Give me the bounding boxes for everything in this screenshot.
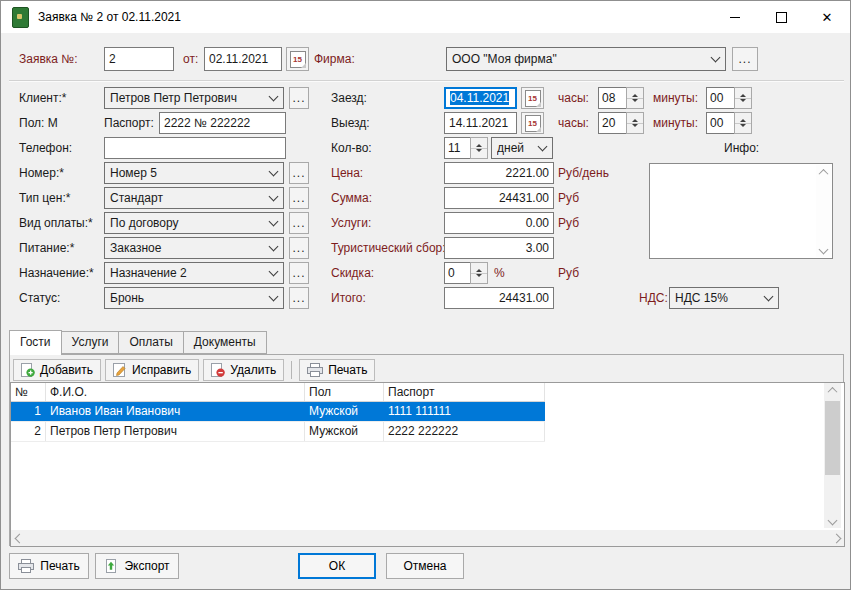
info-scrollbar[interactable]: [816, 165, 831, 257]
total-input[interactable]: 24431.00: [444, 287, 554, 309]
phone-input[interactable]: [104, 137, 286, 159]
tab-payments[interactable]: Оплаты: [118, 331, 183, 354]
meal-more-button[interactable]: ...: [289, 237, 309, 259]
delete-guest-button[interactable]: Удалить: [203, 359, 284, 381]
spin-down-icon[interactable]: [471, 148, 487, 159]
chevron-down-icon: [269, 92, 279, 102]
status-combo-value: Бронь: [110, 291, 270, 305]
column-header-gender[interactable]: Пол: [305, 383, 384, 401]
scroll-up-icon: [828, 387, 838, 397]
close-button[interactable]: ✕: [804, 1, 850, 33]
spin-down-icon[interactable]: [471, 273, 487, 284]
client-more-button[interactable]: ...: [289, 87, 309, 109]
request-no-label: Заявка №:: [19, 48, 78, 70]
printer-icon: [18, 559, 34, 573]
status-more-button[interactable]: ...: [289, 287, 309, 309]
column-header-num[interactable]: №: [11, 383, 46, 401]
table-row[interactable]: 2 Петров Петр Петрович Мужской 2222 2222…: [11, 422, 545, 442]
checkin-minutes-spinner[interactable]: 00: [706, 87, 752, 109]
tab-services[interactable]: Услуги: [61, 331, 120, 354]
spin-up-icon[interactable]: [471, 138, 487, 148]
spin-up-icon[interactable]: [735, 88, 751, 98]
payment-combo-value: По договору: [110, 216, 270, 230]
checkout-date-input[interactable]: 14.11.2021: [444, 112, 517, 134]
discount-spinner[interactable]: 0: [444, 262, 488, 284]
tab-documents[interactable]: Документы: [183, 331, 267, 354]
status-combo[interactable]: Бронь: [104, 287, 284, 309]
table-horizontal-scrollbar[interactable]: [11, 530, 844, 546]
client-combo[interactable]: Петров Петр Петрович: [104, 87, 284, 109]
payment-combo[interactable]: По договору: [104, 212, 284, 234]
spin-down-icon[interactable]: [627, 98, 643, 109]
column-header-name[interactable]: Ф.И.О.: [46, 383, 305, 401]
checkout-minutes-spinner[interactable]: 00: [706, 112, 752, 134]
room-combo[interactable]: Номер 5: [104, 162, 284, 184]
spin-down-icon[interactable]: [735, 123, 751, 134]
price-type-combo[interactable]: Стандарт: [104, 187, 284, 209]
delete-icon: [211, 363, 225, 377]
qty-spinner[interactable]: 11: [444, 137, 488, 159]
spin-down-icon[interactable]: [627, 123, 643, 134]
passport-input[interactable]: 2222 № 222222: [159, 112, 286, 134]
services-input[interactable]: 0.00: [444, 212, 554, 234]
scrollbar-thumb[interactable]: [825, 401, 840, 475]
info-textarea[interactable]: [649, 163, 833, 259]
cancel-button[interactable]: Отмена: [386, 553, 464, 579]
room-more-button[interactable]: ...: [289, 162, 309, 184]
payment-more-button[interactable]: ...: [289, 212, 309, 234]
purpose-combo[interactable]: Назначение 2: [104, 262, 284, 284]
checkout-hours-value: 20: [598, 112, 626, 134]
scroll-right-button[interactable]: [828, 530, 844, 546]
spin-up-icon[interactable]: [627, 113, 643, 123]
spin-up-icon[interactable]: [735, 113, 751, 123]
meal-combo[interactable]: Заказное: [104, 237, 284, 259]
ok-button[interactable]: ОК: [298, 553, 376, 579]
spin-down-icon[interactable]: [735, 98, 751, 109]
print-guests-button[interactable]: Печать: [299, 359, 375, 381]
purpose-label: Назначение:*: [19, 262, 94, 284]
add-guest-button[interactable]: Добавить: [13, 359, 101, 381]
ellipsis-icon: ...: [292, 243, 305, 253]
purpose-more-button[interactable]: ...: [289, 262, 309, 284]
titlebar[interactable]: Заявка № 2 от 02.11.2021 ✕: [1, 1, 850, 33]
export-button[interactable]: Экспорт: [95, 553, 179, 579]
sum-input[interactable]: 24431.00: [444, 187, 554, 209]
scroll-down-button[interactable]: [824, 513, 841, 528]
firm-combo[interactable]: ООО "Моя фирма": [446, 47, 726, 71]
table-row[interactable]: 1 Иванов Иван Иванович Мужской 1111 1111…: [11, 402, 545, 422]
chevron-down-icon: [711, 53, 721, 63]
edit-icon: [113, 363, 127, 377]
spin-up-icon[interactable]: [471, 263, 487, 273]
print-button[interactable]: Печать: [9, 553, 89, 579]
table-vertical-scrollbar[interactable]: [824, 383, 841, 528]
checkin-date-input[interactable]: 04.11.2021: [444, 87, 517, 109]
price-type-more-button[interactable]: ...: [289, 187, 309, 209]
price-input[interactable]: 2221.00: [444, 162, 554, 184]
firm-more-button[interactable]: ...: [732, 47, 758, 71]
qty-label: Кол-во:: [331, 137, 372, 159]
spin-up-icon[interactable]: [627, 88, 643, 98]
scroll-left-button[interactable]: [11, 530, 27, 546]
checkout-minutes-label: минуты:: [653, 112, 698, 134]
tab-guests[interactable]: Гости: [9, 330, 62, 355]
checkin-label: Заезд:: [331, 87, 367, 109]
vat-combo[interactable]: НДС 15%: [669, 287, 779, 309]
request-no-input[interactable]: 2: [104, 47, 174, 71]
minimize-button[interactable]: [712, 1, 758, 33]
qty-unit-combo[interactable]: дней: [491, 137, 553, 159]
scroll-down-button[interactable]: [816, 242, 831, 257]
column-header-passport[interactable]: Паспорт: [384, 383, 545, 401]
ellipsis-icon: ...: [292, 168, 305, 178]
checkin-calendar-button[interactable]: 15: [521, 87, 544, 109]
scroll-up-button[interactable]: [824, 383, 841, 398]
checkin-hours-spinner[interactable]: 08: [598, 87, 644, 109]
tourist-tax-input[interactable]: 3.00: [444, 237, 554, 259]
checkout-calendar-button[interactable]: 15: [521, 112, 544, 134]
checkout-hours-spinner[interactable]: 20: [598, 112, 644, 134]
edit-guest-button[interactable]: Исправить: [105, 359, 199, 381]
tab-bar: Гости Услуги Оплаты Документы: [9, 331, 266, 355]
request-date-calendar-button[interactable]: 15: [286, 47, 309, 71]
maximize-button[interactable]: [758, 1, 804, 33]
request-date-input[interactable]: 02.11.2021: [204, 47, 282, 71]
scroll-up-button[interactable]: [816, 165, 831, 180]
